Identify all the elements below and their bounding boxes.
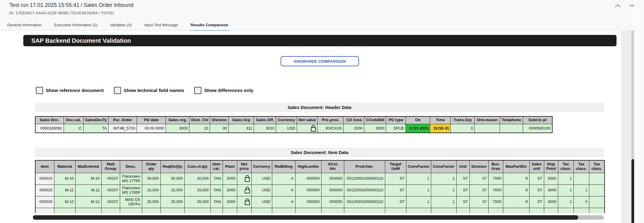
column-header: Tax class. [589, 160, 605, 173]
checkbox-box[interactable] [194, 87, 201, 94]
table-cell [503, 208, 529, 213]
table-cell: USD [276, 124, 297, 133]
column-header: Target UoM [385, 160, 406, 173]
table-row: 000010M-10M-1000207Flatscreen MS 1775P30… [35, 173, 605, 184]
table-cell [251, 208, 272, 213]
column-header: Doc.cat. [64, 116, 83, 124]
column-header: Cum.cf.qty [184, 160, 210, 173]
lock-icon [245, 189, 250, 193]
column-header: Pric.proc. [318, 116, 344, 124]
horizontal-scrollbar-thumb[interactable] [33, 215, 578, 220]
tab-input-test-message[interactable]: Input Test Message [144, 21, 179, 30]
table-cell [75, 208, 101, 213]
table-cell: 1 [558, 196, 573, 208]
column-header: Time [430, 116, 451, 124]
display-options: Show reference documentShow technical fi… [36, 87, 253, 94]
table-cell: 3000 [544, 196, 558, 208]
checkbox-box[interactable] [36, 87, 43, 94]
table-cell [475, 124, 500, 133]
table-cell [589, 208, 605, 213]
table-cell: 311 [229, 124, 254, 133]
table-cell: 07 [469, 173, 488, 184]
vertical-scrollbar[interactable] [631, 31, 634, 223]
column-header: Net value [297, 116, 318, 124]
table-cell: A [272, 196, 295, 208]
column-header: Tax class. [558, 160, 573, 173]
table-cell [120, 208, 142, 213]
table-cell: 1 [406, 184, 431, 196]
column-header: CCodeBill [364, 116, 386, 124]
column-header: Desc. [120, 160, 142, 173]
lock-icon [245, 177, 250, 182]
column-header: Division [210, 116, 229, 124]
table-row [35, 208, 605, 213]
table-cell: C [64, 124, 83, 133]
column-header: Currency [276, 116, 297, 124]
column-header: MaxPartDlv [503, 160, 529, 173]
table-cell [160, 208, 184, 213]
column-header: Matl Group [101, 160, 120, 173]
table-cell: 1 [406, 173, 431, 184]
vertical-scrollbar-thumb[interactable] [631, 159, 634, 223]
table-cell: 1 [431, 173, 456, 184]
results-comparison-panel: SAP Backend Document Validation SHOW/HID… [0, 31, 621, 223]
column-header: HighLevItm [295, 160, 321, 173]
column-header: Ship Point [544, 160, 558, 173]
column-header: Currency [251, 160, 272, 173]
column-header: SalesDocTy [83, 116, 108, 124]
checkbox-show-reference-document[interactable]: Show reference document [36, 87, 104, 94]
table-cell [321, 208, 344, 213]
column-header: RelBilling [272, 160, 295, 173]
table-cell: 000000 [321, 184, 344, 196]
table-cell: ST [456, 173, 469, 184]
table-cell [237, 208, 251, 213]
column-header: PO type [386, 116, 406, 124]
table-cell: 9 [503, 184, 529, 196]
show-hide-comparison-button[interactable]: SHOW/HIDE COMPARISON [281, 56, 359, 66]
table-cell: ST [529, 173, 544, 184]
table-row: 0000183092CTAINT4B_570300.00.00003000100… [35, 124, 552, 133]
table-cell: 0000183092 [35, 124, 64, 133]
right-gutter [621, 31, 631, 223]
checkbox-label: Show differences only [204, 88, 253, 93]
table-cell: USD [251, 184, 272, 196]
table-cell [35, 208, 54, 213]
table-cell: M-12 [54, 196, 75, 208]
table-cell: M-10 [75, 173, 101, 184]
table-cell: 0 [573, 196, 589, 208]
table-cell: 25,000 [184, 196, 210, 208]
column-header: PO date [137, 116, 166, 124]
checkbox-show-differences-only[interactable]: Show differences only [194, 87, 253, 94]
chevron-up-icon[interactable] [614, 3, 621, 8]
table-cell [500, 124, 523, 133]
lock-icon [311, 127, 316, 132]
tab-execution-information-2[interactable]: Execution Information (2) [53, 21, 98, 30]
horizontal-scrollbar[interactable] [33, 215, 604, 220]
table-cell: 3000 [223, 196, 237, 208]
table-cell: 000000 [295, 173, 321, 184]
checkbox-show-technical-field-names[interactable]: Show technical field names [114, 87, 184, 94]
table-cell [469, 208, 488, 213]
tab-bar: General InformationExecution Information… [0, 21, 644, 30]
tab-general-information[interactable]: General Information [7, 21, 42, 30]
table-cell: USD [251, 173, 272, 184]
column-header: Sold-to pt [523, 116, 552, 124]
checkbox-box[interactable] [114, 87, 121, 94]
column-header: On [406, 116, 430, 124]
table-cell: ST [385, 196, 406, 208]
column-header: ConvFactor [431, 160, 456, 173]
tab-variables-4[interactable]: Variables (4) [109, 21, 132, 30]
table-cell: ST [385, 184, 406, 196]
table-cell: ST [385, 173, 406, 184]
locked-cell [237, 173, 251, 184]
table-cell: 3000 [223, 173, 237, 184]
table-cell: 000000 [321, 173, 344, 184]
checkbox-label: Show reference document [46, 88, 104, 93]
tab-results-comparison[interactable]: Results Comparison [190, 21, 229, 31]
table-cell: RVCXUS [318, 124, 344, 133]
table-cell: 9 [503, 196, 529, 208]
table-cell: TAN [210, 184, 223, 196]
column-header: ConvFactor [406, 160, 431, 173]
table-cell: 1 [558, 173, 573, 184]
table-cell: 7000 [488, 184, 503, 196]
